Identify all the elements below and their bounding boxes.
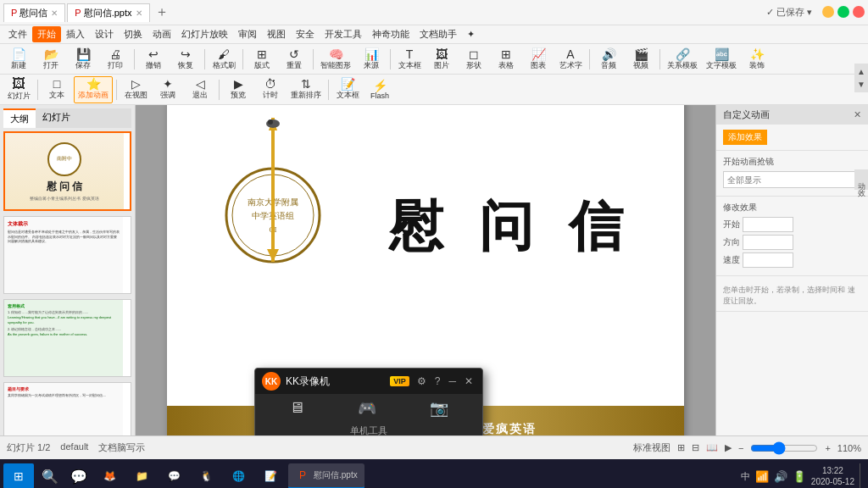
speed-input[interactable] xyxy=(743,252,793,268)
tb-timing-btn[interactable]: ⏱计时 xyxy=(255,76,286,103)
menu-design[interactable]: 设计 xyxy=(90,26,119,42)
menu-file[interactable]: 文件 xyxy=(3,26,32,42)
kk-webcam-btn[interactable]: 📷 xyxy=(430,399,448,418)
menu-animation[interactable]: 动画 xyxy=(147,26,176,42)
menu-dev[interactable]: 开发工具 xyxy=(320,26,367,42)
tb-open-btn[interactable]: 📂打开 xyxy=(36,46,66,73)
tb-decoration-btn[interactable]: ✨装饰 xyxy=(742,46,772,73)
maximize-btn[interactable] xyxy=(837,6,849,18)
slide-thumb-4[interactable]: 4 题目与要求 某同学情绪因为一次考试成绩不理想而有所消沉，写一封慰问信.... xyxy=(3,382,131,435)
tb-layout-btn[interactable]: ⊞版式 xyxy=(247,46,277,73)
show-desktop-btn[interactable] xyxy=(860,463,865,488)
zoom-minus-btn[interactable]: − xyxy=(738,443,743,453)
right-panel-close-btn[interactable]: ✕ xyxy=(854,109,861,120)
view-read-btn[interactable]: 📖 xyxy=(706,442,718,453)
taskbar-chat-btn[interactable]: 💬 xyxy=(66,463,92,488)
tb-video-btn[interactable]: 🎬视频 xyxy=(626,46,656,73)
sep10 xyxy=(219,80,220,100)
menu-slideshow[interactable]: 幻灯片放映 xyxy=(176,26,233,42)
taskbar-qq-btn[interactable]: 🐧 xyxy=(192,463,220,488)
zoom-slider[interactable] xyxy=(750,441,818,455)
kk-screen-btn[interactable]: 🖥 xyxy=(289,399,304,418)
tb-reorder-btn[interactable]: ⇅重新排序 xyxy=(287,76,325,103)
tb-textbox2-btn[interactable]: 📝文本框 xyxy=(332,76,363,103)
add-effect-btn[interactable]: 添加效果 xyxy=(723,130,767,145)
menu-insert[interactable]: 插入 xyxy=(61,26,90,42)
tb-source-btn[interactable]: 📊来源 xyxy=(356,46,387,73)
tb-shape-btn[interactable]: ◻形状 xyxy=(459,46,489,73)
tb-anim-effect2[interactable]: ✦强调 xyxy=(153,76,183,103)
taskbar-notepad-btn[interactable]: 📝 xyxy=(256,463,285,488)
tab-pptx[interactable]: P 慰问信.pptx ✕ xyxy=(67,3,149,22)
tb-anim-effect3[interactable]: ◁退出 xyxy=(185,76,215,103)
start-button[interactable]: ⊞ xyxy=(3,463,34,488)
taskbar-time[interactable]: 13:22 2020-05-12 xyxy=(811,465,854,487)
menu-magic[interactable]: 神奇功能 xyxy=(367,26,415,42)
menu-view[interactable]: 视图 xyxy=(262,26,291,42)
tab-wenwenxin[interactable]: P 慰问信 ✕ xyxy=(3,3,65,22)
tb-text-btn[interactable]: T文本框 xyxy=(394,46,425,73)
close-btn[interactable] xyxy=(853,6,865,18)
menu-transition[interactable]: 切换 xyxy=(119,26,147,42)
direction-input[interactable] xyxy=(743,235,793,250)
menu-security[interactable]: 安全 xyxy=(291,26,320,42)
slide-thumb-2[interactable]: 2 文体裁示 慰问信是对遭受各种不幸或处于患难之中的友人，亲属，生活伙伴等写的表… xyxy=(3,216,131,294)
menu-start[interactable]: 开始 xyxy=(32,26,61,42)
minimize-btn[interactable] xyxy=(822,6,834,18)
taskbar-search-btn[interactable]: 🔍 xyxy=(37,463,63,488)
tb-pic-btn[interactable]: 🖼图片 xyxy=(426,46,457,73)
kk-close-btn[interactable]: ✕ xyxy=(462,375,476,387)
slide-img-1: 南附中 慰 问 信 整编自蒋小青主编系列丛书 爱疯英语 xyxy=(5,133,124,209)
view-normal-btn[interactable]: ⊞ xyxy=(677,442,685,453)
kk-question-btn[interactable]: ? xyxy=(432,375,443,387)
tb-table-btn[interactable]: ⊞表格 xyxy=(491,46,521,73)
taskbar-wechat-btn[interactable]: 💬 xyxy=(159,463,188,488)
taskbar-browser-btn[interactable]: 🦊 xyxy=(95,463,124,488)
tab2-close-btn[interactable]: ✕ xyxy=(136,8,142,18)
tab-close-btn[interactable]: ✕ xyxy=(51,8,58,18)
tb-audio-btn[interactable]: 🔊音频 xyxy=(593,46,624,73)
tb-print-btn[interactable]: 🖨打印 xyxy=(100,46,131,73)
tb-chart-btn[interactable]: 📈图表 xyxy=(523,46,554,73)
tray-battery-icon[interactable]: 🔋 xyxy=(793,470,806,483)
tb-save-btn[interactable]: 💾保存 xyxy=(68,46,98,73)
tb-new-btn[interactable]: 📄新建 xyxy=(3,46,34,73)
menu-review[interactable]: 审阅 xyxy=(233,26,262,42)
slide-thumb-3[interactable]: 3 套用格式 1. 得知你……我可能为了让你达到表示关怀的目的...... Le… xyxy=(3,299,131,377)
start-input[interactable] xyxy=(743,217,793,232)
kk-settings-btn[interactable]: ⚙ xyxy=(415,375,429,387)
menu-assistant[interactable]: 文档助手 xyxy=(415,26,462,42)
new-tab-btn[interactable]: ＋ xyxy=(155,3,169,21)
tray-network-icon[interactable]: 📶 xyxy=(755,470,769,483)
tb-undo-btn[interactable]: ↩撤销 xyxy=(138,46,169,73)
kk-minimize-btn[interactable]: ─ xyxy=(446,375,459,387)
tab-slides[interactable]: 幻灯片 xyxy=(36,108,77,128)
taskbar-ppt-btn[interactable]: P 慰问信.pptx xyxy=(288,463,364,488)
start-anim-input[interactable] xyxy=(723,171,861,188)
tb-text-box-btn[interactable]: □文本 xyxy=(42,76,72,103)
taskbar-explorer-btn[interactable]: 📁 xyxy=(127,463,156,488)
tb-smart-graph-btn[interactable]: 🧠智能图形 xyxy=(317,46,354,73)
tb-redo-btn[interactable]: ↪恢复 xyxy=(170,46,201,73)
kk-game-btn[interactable]: 🎮 xyxy=(358,399,376,418)
view-slideshow-btn[interactable]: ▶ xyxy=(725,442,732,453)
tray-input-icon[interactable]: 中 xyxy=(741,470,750,483)
tb-add-anim-btn[interactable]: ⭐添加动画 xyxy=(74,76,113,103)
view-browse-btn[interactable]: ⊟ xyxy=(692,442,699,453)
zoom-plus-btn[interactable]: + xyxy=(825,443,830,453)
tb-text-link-btn[interactable]: 🔤文字模板 xyxy=(703,46,740,73)
tray-volume-icon[interactable]: 🔊 xyxy=(774,470,787,483)
tb-preview-btn[interactable]: ▶预览 xyxy=(223,76,253,103)
tab-outline[interactable]: 大纲 xyxy=(3,108,36,128)
tb-format-painter-btn[interactable]: 🖌格式刷 xyxy=(209,46,239,73)
tb-relation-btn[interactable]: 🔗关系模板 xyxy=(664,46,701,73)
slide-thumb-1[interactable]: 1 南附中 慰 问 信 整编自蒋小青主编系列丛书 爱疯英语 xyxy=(3,131,131,211)
menu-extra[interactable]: ✦ xyxy=(462,27,480,42)
tb-slide-img-btn[interactable]: 🖼幻灯片 xyxy=(3,76,34,103)
tb-anim-effect1[interactable]: ▷在视图 xyxy=(120,76,151,103)
tb-reset-btn[interactable]: ↺重置 xyxy=(279,46,309,73)
taskbar-browser2-btn[interactable]: 🌐 xyxy=(224,463,253,488)
tb-flash-btn[interactable]: ⚡Flash xyxy=(364,76,395,103)
tb-art-btn[interactable]: A艺术字 xyxy=(555,46,586,73)
status-left: 幻灯片 1/2 default 文档脑写示 xyxy=(7,441,145,454)
